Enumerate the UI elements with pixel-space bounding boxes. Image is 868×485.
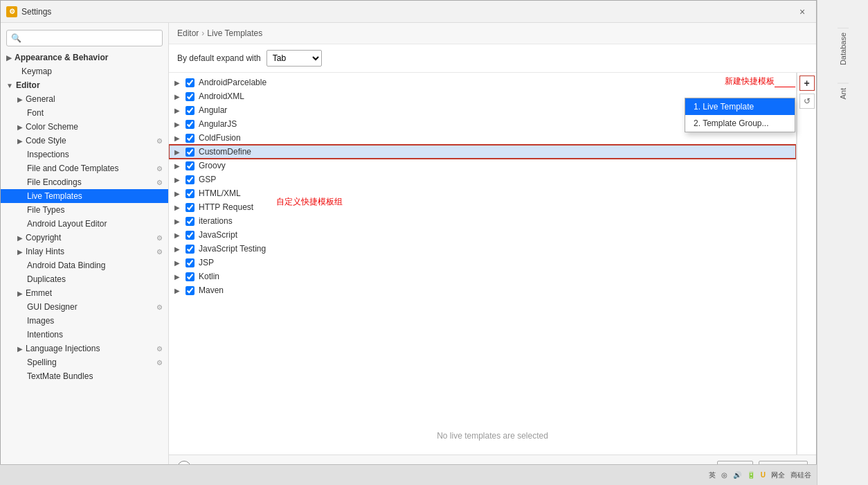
sidebar-label-copyright: Copyright <box>26 233 61 242</box>
taskbar-sound: 🔊 <box>733 471 741 479</box>
sidebar-label-file-encodings: File Encodings <box>27 177 82 187</box>
database-tab[interactable]: Database <box>838 28 849 69</box>
sidebar-item-file-code-templates[interactable]: File and Code Templates⚙ <box>1 161 168 175</box>
sidebar-item-android-layout-editor[interactable]: Android Layout Editor <box>1 217 168 231</box>
sidebar-item-keymap[interactable]: Keymap <box>1 64 168 78</box>
sidebar-label-editor: Editor <box>16 80 40 90</box>
sidebar-item-live-templates[interactable]: Live Templates <box>1 189 168 203</box>
dropdown-menu: 1. Live Template 2. Template Group... <box>685 98 795 132</box>
sidebar-item-file-types[interactable]: File Types <box>1 203 168 217</box>
group-checkbox-html-xml[interactable] <box>186 189 195 198</box>
badge-icon-code-style: ⚙ <box>156 137 163 145</box>
sidebar-item-intentions[interactable]: Intentions <box>1 328 168 342</box>
group-checkbox-kotlin[interactable] <box>186 272 195 281</box>
sidebar-item-language-injections[interactable]: ▶Language Injections⚙ <box>1 342 168 355</box>
sidebar-item-copyright[interactable]: ▶Copyright⚙ <box>1 231 168 245</box>
template-group-jsp[interactable]: ▶JSP <box>169 256 796 270</box>
group-checkbox-groovy[interactable] <box>186 161 195 170</box>
template-group-http-request[interactable]: ▶HTTP Request <box>169 200 796 214</box>
group-arrow-android-parcelable: ▶ <box>174 79 183 87</box>
expand-select[interactable]: Tab Enter Space <box>266 50 322 67</box>
sidebar-label-emmet: Emmet <box>26 288 52 298</box>
sidebar-item-gui-designer[interactable]: GUI Designer⚙ <box>1 300 168 314</box>
group-checkbox-iterations[interactable] <box>186 217 195 226</box>
sidebar-label-inlay-hints: Inlay Hints <box>26 247 64 256</box>
sidebar-item-duplicates[interactable]: Duplicates <box>1 272 168 286</box>
group-checkbox-javascript[interactable] <box>186 231 195 240</box>
sidebar-item-color-scheme[interactable]: ▶Color Scheme <box>1 120 168 134</box>
sidebar-item-android-data-binding[interactable]: Android Data Binding <box>1 258 168 272</box>
arrow-icon-color-scheme: ▶ <box>17 123 23 131</box>
group-checkbox-android-xml[interactable] <box>186 92 195 101</box>
group-label-android-xml: AndroidXML <box>199 91 244 101</box>
group-label-android-parcelable: AndroidParcelable <box>199 78 266 87</box>
sidebar-item-spelling[interactable]: Spelling⚙ <box>1 355 168 369</box>
arrow-icon-emmet: ▶ <box>17 290 23 297</box>
group-label-gsp: GSP <box>199 175 216 184</box>
template-group-javascript-testing[interactable]: ▶JavaScript Testing <box>169 242 796 256</box>
template-group-groovy[interactable]: ▶Groovy <box>169 159 796 173</box>
template-group-maven[interactable]: ▶Maven <box>169 283 796 297</box>
badge-icon-copyright: ⚙ <box>156 234 163 242</box>
badge-icon-inlay-hints: ⚙ <box>156 248 163 256</box>
group-checkbox-maven[interactable] <box>186 286 195 295</box>
template-group-coldfusion[interactable]: ▶ColdFusion <box>169 131 796 145</box>
sidebar-item-images[interactable]: Images <box>1 314 168 328</box>
group-checkbox-javascript-testing[interactable] <box>186 245 195 254</box>
group-checkbox-gsp[interactable] <box>186 175 195 184</box>
template-group-kotlin[interactable]: ▶Kotlin <box>169 270 796 283</box>
sidebar-item-file-encodings[interactable]: File Encodings⚙ <box>1 175 168 189</box>
template-group-customdefine[interactable]: ▶CustomDefine <box>169 145 796 159</box>
group-arrow-http-request: ▶ <box>174 204 183 211</box>
group-label-angularjs: AngularJS <box>199 119 237 129</box>
group-checkbox-jsp[interactable] <box>186 258 195 267</box>
group-arrow-html-xml: ▶ <box>174 190 183 197</box>
group-checkbox-android-parcelable[interactable] <box>186 78 195 87</box>
template-group-javascript[interactable]: ▶JavaScript <box>169 228 796 242</box>
group-label-angular: Angular <box>199 105 227 115</box>
sidebar-label-appearance: Appearance & Behavior <box>15 53 108 62</box>
ant-tab[interactable]: Ant <box>838 83 849 104</box>
dropdown-item-live-template[interactable]: 1. Live Template <box>685 98 795 115</box>
sidebar-item-code-style[interactable]: ▶Code Style⚙ <box>1 134 168 148</box>
sidebar-label-file-types: File Types <box>27 205 64 215</box>
sidebar-item-emmet[interactable]: ▶Emmet <box>1 286 168 300</box>
sidebar-item-inlay-hints[interactable]: ▶Inlay Hints⚙ <box>1 245 168 258</box>
close-button[interactable]: × <box>794 3 811 20</box>
sidebar-item-general[interactable]: ▶General <box>1 92 168 106</box>
revert-button[interactable]: ↺ <box>799 94 815 109</box>
template-group-android-parcelable[interactable]: ▶AndroidParcelable <box>169 76 796 89</box>
sidebar-item-inspections[interactable]: Inspections <box>1 148 168 161</box>
group-checkbox-customdefine[interactable] <box>186 148 195 157</box>
sidebar-label-inspections: Inspections <box>27 150 69 159</box>
group-checkbox-coldfusion[interactable] <box>186 134 195 143</box>
breadcrumb: Editor › Live Templates <box>169 23 816 44</box>
template-group-html-xml[interactable]: ▶HTML/XML <box>169 186 796 200</box>
sidebar-label-spelling: Spelling <box>27 358 57 367</box>
search-input[interactable] <box>6 30 163 46</box>
group-label-javascript: JavaScript <box>199 230 237 240</box>
add-button[interactable]: + <box>799 76 815 91</box>
badge-icon-language-injections: ⚙ <box>156 345 163 353</box>
expand-label: By default expand with <box>177 53 261 63</box>
group-checkbox-angularjs[interactable] <box>186 120 195 129</box>
sidebar-label-keymap: Keymap <box>21 67 52 76</box>
template-group-iterations[interactable]: ▶iterations <box>169 214 796 228</box>
group-label-iterations: iterations <box>199 216 233 226</box>
template-group-gsp[interactable]: ▶GSP <box>169 173 796 186</box>
group-checkbox-http-request[interactable] <box>186 203 195 212</box>
group-arrow-kotlin: ▶ <box>174 273 183 281</box>
sidebar-item-appearance[interactable]: ▶Appearance & Behavior <box>1 51 168 64</box>
group-label-customdefine: CustomDefine <box>199 147 251 157</box>
no-selection-text: No live templates are selected <box>437 431 548 441</box>
dropdown-item-template-group[interactable]: 2. Template Group... <box>685 115 795 132</box>
group-arrow-groovy: ▶ <box>174 162 183 170</box>
sidebar: ▶Appearance & BehaviorKeymap▼Editor▶Gene… <box>1 23 169 484</box>
revert-icon: ↺ <box>804 96 811 106</box>
arrow-icon-inlay-hints: ▶ <box>17 248 23 256</box>
sidebar-item-font[interactable]: Font <box>1 106 168 120</box>
group-checkbox-angular[interactable] <box>186 106 195 115</box>
sidebar-label-android-data-binding: Android Data Binding <box>27 261 105 270</box>
sidebar-item-editor[interactable]: ▼Editor <box>1 78 168 92</box>
sidebar-item-textmate-bundles[interactable]: TextMate Bundles <box>1 369 168 383</box>
